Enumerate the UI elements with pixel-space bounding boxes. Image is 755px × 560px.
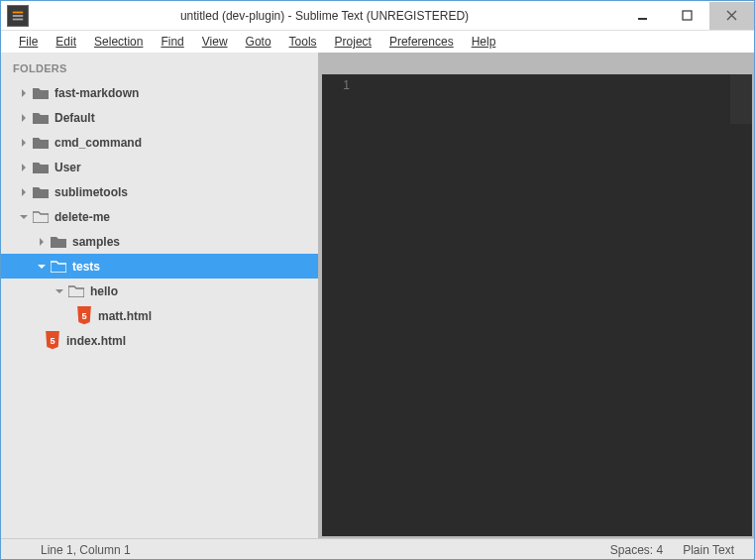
folder-icon <box>33 111 49 125</box>
folder-fast-markdown[interactable]: fast-markdown <box>1 80 318 105</box>
menu-edit[interactable]: Edit <box>48 33 84 51</box>
menu-file[interactable]: File <box>11 33 46 51</box>
folder-user[interactable]: User <box>1 155 318 179</box>
chevron-down-icon <box>54 287 64 295</box>
svg-text:5: 5 <box>81 311 86 321</box>
tab-strip[interactable] <box>322 55 752 74</box>
menu-selection[interactable]: Selection <box>86 33 151 51</box>
folder-sublimetools[interactable]: sublimetools <box>1 179 318 204</box>
folder-label: tests <box>72 260 100 274</box>
folder-icon <box>51 235 66 249</box>
chevron-right-icon <box>19 89 29 97</box>
menu-view[interactable]: View <box>194 33 236 51</box>
folder-delete-me[interactable]: delete-me <box>1 204 318 229</box>
menubar: File Edit Selection Find View Goto Tools… <box>1 31 754 53</box>
folder-icon <box>33 86 49 100</box>
folder-open-icon <box>51 260 66 274</box>
titlebar: untitled (dev-plugin) - Sublime Text (UN… <box>1 1 754 31</box>
minimap[interactable] <box>730 74 752 124</box>
html-file-icon: 5 <box>76 309 92 323</box>
svg-rect-1 <box>13 15 24 17</box>
folder-open-icon <box>33 210 49 224</box>
chevron-right-icon <box>19 164 29 171</box>
editor-area: 1 <box>318 53 754 538</box>
statusbar: Line 1, Column 1 Spaces: 4 Plain Text <box>1 538 754 560</box>
svg-rect-2 <box>13 18 24 20</box>
svg-rect-3 <box>638 18 647 20</box>
folder-label: delete-me <box>54 210 110 224</box>
folder-label: sublimetools <box>54 185 128 199</box>
minimize-button[interactable] <box>620 2 665 30</box>
folder-open-icon <box>68 284 84 298</box>
status-position[interactable]: Line 1, Column 1 <box>31 543 141 557</box>
file-index-html[interactable]: 5 index.html <box>1 328 318 353</box>
folder-label: fast-markdown <box>54 86 139 100</box>
maximize-button[interactable] <box>665 2 709 30</box>
folder-default[interactable]: Default <box>1 105 318 130</box>
folder-label: Default <box>54 111 95 125</box>
file-label: index.html <box>66 334 126 348</box>
folder-hello[interactable]: hello <box>1 279 318 303</box>
menu-preferences[interactable]: Preferences <box>381 33 462 51</box>
app-icon <box>7 5 29 27</box>
chevron-right-icon <box>19 139 29 147</box>
file-matt-html[interactable]: 5 matt.html <box>1 303 318 328</box>
folder-icon <box>33 136 49 150</box>
status-syntax[interactable]: Plain Text <box>673 543 744 557</box>
close-button[interactable] <box>709 2 754 30</box>
chevron-right-icon <box>19 114 29 122</box>
folder-label: samples <box>72 235 120 249</box>
panel-switch-icon[interactable] <box>11 544 31 556</box>
folder-label: cmd_command <box>54 136 142 150</box>
svg-rect-4 <box>683 11 692 20</box>
line-number: 1 <box>322 78 350 92</box>
chevron-down-icon <box>37 263 47 271</box>
menu-help[interactable]: Help <box>464 33 504 51</box>
folder-icon <box>33 161 49 174</box>
status-spaces[interactable]: Spaces: 4 <box>600 543 673 557</box>
html-file-icon: 5 <box>45 334 60 348</box>
chevron-right-icon <box>37 238 47 246</box>
svg-rect-0 <box>13 11 24 13</box>
folder-label: hello <box>90 284 118 298</box>
sidebar-header: FOLDERS <box>1 58 318 80</box>
folder-tests[interactable]: tests <box>1 254 318 279</box>
folder-icon <box>33 185 49 199</box>
folder-tree: fast-markdown Default cmd_command User <box>1 80 318 353</box>
file-label: matt.html <box>98 309 152 323</box>
menu-tools[interactable]: Tools <box>281 33 325 51</box>
line-gutter: 1 <box>322 74 358 536</box>
menu-find[interactable]: Find <box>153 33 191 51</box>
sidebar: FOLDERS fast-markdown Default cmd_comman… <box>1 53 318 538</box>
folder-label: User <box>54 161 81 174</box>
svg-text:5: 5 <box>50 336 54 346</box>
folder-samples[interactable]: samples <box>1 229 318 254</box>
window-title: untitled (dev-plugin) - Sublime Text (UN… <box>29 9 620 23</box>
menu-project[interactable]: Project <box>327 33 379 51</box>
chevron-down-icon <box>19 213 29 221</box>
menu-goto[interactable]: Goto <box>238 33 279 51</box>
folder-cmd-command[interactable]: cmd_command <box>1 130 318 155</box>
editor-body[interactable]: 1 <box>322 74 752 536</box>
chevron-right-icon <box>19 188 29 196</box>
